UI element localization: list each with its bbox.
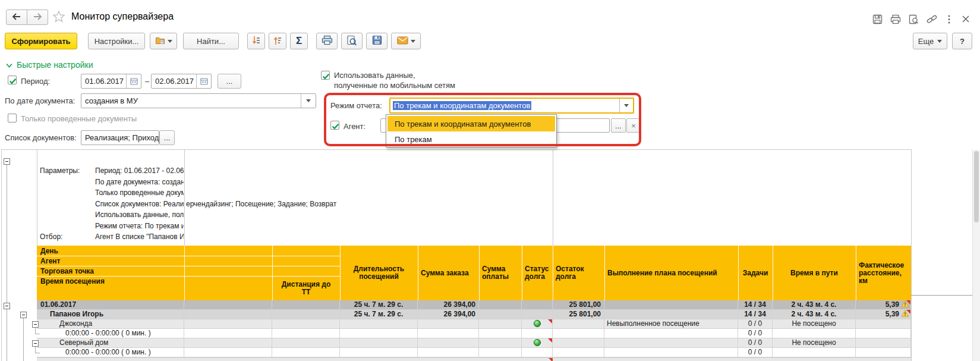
header-visit-time[interactable]: Время посещения [40, 277, 105, 285]
tree-guide [23, 318, 24, 361]
report-collapse-toggle[interactable] [4, 158, 10, 165]
scrollbar-thumb[interactable] [974, 151, 979, 222]
report-mode-selected-value: По трекам и координатам документов [393, 101, 531, 110]
header-order-sum[interactable]: Сумма заказа [418, 246, 479, 300]
header-outlet[interactable]: Торговая точка [40, 267, 94, 275]
header-travel-time[interactable]: Время в пути [773, 246, 856, 300]
header-tasks[interactable]: Задачи [738, 246, 773, 300]
table-top-border [1, 149, 911, 150]
print-button[interactable] [316, 33, 338, 49]
agent-label: Агент: [344, 122, 365, 131]
forward-button[interactable] [27, 10, 48, 25]
quick-settings-header[interactable]: Быстрые настройки [6, 59, 93, 70]
period-label: Период: [21, 77, 50, 86]
preview-icon[interactable] [909, 14, 919, 27]
table-row[interactable]: 0:00:00 - 0:00:00 ( 0 мин. ) 0 / 0 [37, 348, 911, 357]
agent-more-button[interactable]: ... [611, 118, 626, 133]
period-to-field[interactable]: 02.06.2017 [151, 74, 212, 89]
debt-status-green-icon[interactable] [534, 339, 541, 346]
print-icon[interactable] [890, 14, 901, 27]
params-cell-border-1 [184, 149, 185, 246]
agent-clear-button[interactable]: × [626, 118, 641, 133]
tasks: 0 / 0 [738, 329, 773, 338]
params-line: Использовать данные, пол [95, 211, 184, 219]
header-visit-duration[interactable]: Длительность посещений [340, 246, 418, 300]
travel-time: Не посещено [773, 338, 856, 348]
table-row[interactable]: 01.06.2017 25 ч. 7 м. 29 с. 26 394,00 25… [37, 300, 911, 310]
dropdown-option-tracks[interactable]: По трекам [387, 131, 555, 147]
link-icon[interactable] [927, 14, 937, 27]
favorite-star-icon[interactable] [52, 10, 65, 26]
sort-ascending-button[interactable] [269, 33, 286, 49]
params-continuation: ерчендайзинг; Посещение; Задание; Возвра… [186, 200, 549, 208]
comment-marker [906, 300, 910, 305]
debt-status-green-icon[interactable] [534, 320, 541, 327]
table-header: День Агент Торговая точка Время посещени… [37, 246, 911, 300]
collapse-day-toggle[interactable] [4, 303, 10, 309]
period-checkbox[interactable] [8, 76, 17, 84]
help-button[interactable]: ? [952, 33, 972, 49]
chevron-collapse-icon [6, 59, 12, 70]
dropdown-option-tracks-and-coordinates[interactable]: По трекам и координатам документов [387, 116, 555, 131]
collapse-agent-toggle[interactable] [20, 312, 27, 318]
comment-marker [548, 319, 552, 324]
only-posted-checkbox[interactable] [8, 114, 17, 123]
collapse-outlet-toggle[interactable] [32, 321, 39, 328]
calendar-icon[interactable] [126, 74, 141, 88]
period-more-button[interactable]: ... [218, 74, 241, 89]
tree-guide [35, 353, 40, 353]
find-button[interactable]: Найти... [183, 33, 239, 49]
save-result-button[interactable] [366, 33, 387, 49]
save-document-icon[interactable] [872, 14, 883, 27]
by-doc-date-combo[interactable]: создания в МУ [81, 93, 316, 108]
header-visit-plan[interactable]: Выполнение плана посещений [604, 246, 738, 300]
header-agent[interactable]: Агент [40, 257, 60, 265]
close-icon[interactable] [962, 15, 970, 26]
header-actual-distance[interactable]: Фактическое расстояние, км [856, 246, 911, 300]
doc-list-more-button[interactable]: ... [159, 130, 175, 145]
chevron-down-icon[interactable] [619, 99, 633, 112]
doc-list-field[interactable]: Реализация; Приходнь [81, 130, 159, 145]
sort-descending-button[interactable] [247, 33, 265, 49]
header-payment-sum[interactable]: Сумма оплаты [479, 246, 522, 300]
report-mode-combo[interactable]: По трекам и координатам документов [389, 98, 634, 114]
table-row[interactable]: Северный дом 0 / 0 Не посещено [37, 338, 911, 348]
report-mode-dropdown: По трекам и координатам документов По тр… [386, 114, 557, 147]
row-label: 0:00:00 - 0:00:00 ( 0 мин. ) [37, 348, 184, 357]
print-preview-button[interactable] [341, 33, 363, 49]
order-sum: 26 394,00 [418, 310, 479, 319]
comment-marker [906, 310, 910, 314]
kebab-menu-icon[interactable] [947, 14, 951, 27]
preview-document-icon [346, 35, 357, 48]
period-from-field[interactable]: 01.06.2017 [81, 74, 141, 89]
actual-distance: 5,39 [886, 300, 899, 309]
settings-button[interactable]: Настройки... [88, 33, 145, 49]
back-button[interactable] [6, 10, 27, 25]
table-row[interactable]: 0:00:00 - 0:00:00 ( 0 мин. ) 0 / 0 [37, 329, 911, 338]
tasks: 0 / 0 [738, 338, 773, 348]
period-from-value: 01.06.2017 [81, 77, 126, 86]
split-line [911, 295, 973, 296]
more-actions-button[interactable]: Еще [913, 33, 947, 49]
calendar-icon[interactable] [196, 74, 211, 88]
agent-checkbox[interactable] [330, 121, 339, 130]
report-variants-button[interactable] [150, 33, 177, 49]
chevron-down-icon[interactable] [301, 94, 316, 108]
chevron-down-icon [411, 40, 415, 45]
table-row[interactable]: Джоконда Невыполненное посещение 0 / 0 Н… [37, 319, 911, 329]
header-distance-to-outlet[interactable]: Дистанция до ТТ [272, 276, 340, 300]
header-debt-rest[interactable]: Остаток долга [553, 246, 604, 300]
generate-button[interactable]: Сформировать [5, 33, 77, 49]
send-mail-button[interactable] [391, 33, 421, 49]
row-label: 01.06.2017 [37, 300, 184, 310]
vertical-scrollbar[interactable] [972, 150, 980, 361]
header-day[interactable]: День [40, 247, 58, 255]
header-debt-status[interactable]: Статус долга [522, 246, 553, 300]
period-to-value: 02.06.2017 [152, 77, 196, 86]
sum-button[interactable]: Σ [290, 33, 308, 49]
debt-rest: 25 801,00 [553, 310, 604, 319]
table-row[interactable]: Папанов Игорь 25 ч. 7 м. 29 с. 26 394,00… [37, 310, 911, 319]
use-mobile-checkbox[interactable] [321, 71, 330, 80]
collapse-outlet-toggle[interactable] [32, 340, 39, 347]
quick-settings-title: Быстрые настройки [17, 60, 93, 70]
